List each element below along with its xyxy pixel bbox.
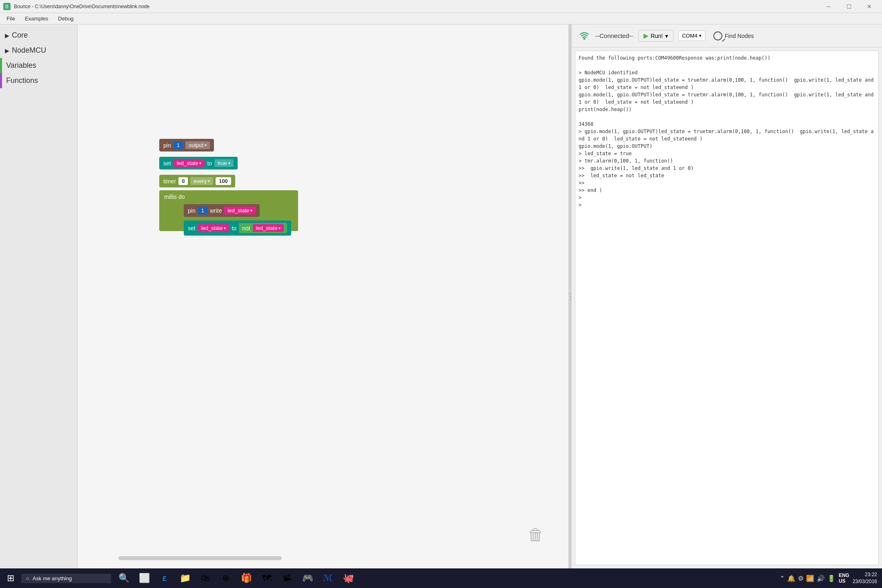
set-not-block[interactable]: set led_state to not led_state xyxy=(184,220,291,236)
find-nodes-label: Find Nodes xyxy=(725,33,754,39)
led-state-var-1[interactable]: led_state xyxy=(174,159,205,167)
taskbar-cortana[interactable]: 🔍 xyxy=(114,569,133,588)
play-icon: ▶ xyxy=(644,32,648,40)
taskbar-search[interactable]: ○ Ask me anything xyxy=(21,574,111,583)
pin-value[interactable]: 1 xyxy=(174,141,183,149)
app-icon: B xyxy=(3,3,11,10)
tray-icons: ⌃ 🔔 ⚙ 📶 🔊 🔋 xyxy=(780,575,835,582)
set-label-2: set xyxy=(188,225,196,232)
sidebar-item-functions[interactable]: Functions xyxy=(0,73,77,88)
pin-block[interactable]: pin 1 output xyxy=(159,139,214,151)
timer-every-dropdown[interactable]: every xyxy=(190,177,213,185)
trash-icon[interactable]: 🗑 xyxy=(528,526,544,544)
menu-bar: File Examples Debug xyxy=(0,13,882,24)
console-line: >> xyxy=(579,179,875,187)
tray-date-value: 23/03/2016 xyxy=(853,578,877,585)
canvas-area[interactable]: pin 1 output set led_state to true xyxy=(78,24,568,568)
console-line: 34368 xyxy=(579,120,875,128)
timer-interval-value[interactable]: 100 xyxy=(216,177,231,185)
console-output[interactable]: Found the following ports:COM49600Respon… xyxy=(575,51,879,565)
tray-language: ENGUS xyxy=(839,572,849,584)
timer-id-value[interactable]: 0 xyxy=(178,177,188,185)
taskbar-folder[interactable]: 📁 xyxy=(176,569,194,588)
taskbar-tray: ⌃ 🔔 ⚙ 📶 🔊 🔋 ENGUS 23:22 23/03/2016 xyxy=(775,571,882,585)
console-line: > tmr.alarm(0,100, 1, function() xyxy=(579,157,875,165)
set-block-body[interactable]: set led_state to true xyxy=(159,157,238,169)
taskbar-app9[interactable]: 🎮 xyxy=(298,569,317,588)
console-line: > gpio.mode(1, gpio.OUTPUT)led_state = t… xyxy=(579,128,875,143)
console-line: > NodeMCU identified xyxy=(579,69,875,76)
sidebar-nodemcu-label: NodeMCU xyxy=(12,46,46,55)
sidebar-item-core[interactable]: ▶ Core xyxy=(0,28,77,43)
led-state-var-3[interactable]: led_state xyxy=(198,224,229,232)
sidebar: ▶ Core ▶ NodeMCU Variables Functions xyxy=(0,24,78,568)
console-line: >> led_state = not led_state xyxy=(579,172,875,179)
set-block[interactable]: set led_state to true xyxy=(159,157,238,169)
console-line: > led_state = true xyxy=(579,150,875,157)
sidebar-item-nodemcu[interactable]: ▶ NodeMCU xyxy=(0,43,77,58)
taskbar: ⊞ ○ Ask me anything 🔍 ⬜ ε 📁 🛍 ⊕ 🎁 🗺 📽 🎮 … xyxy=(0,568,882,588)
canvas-scrollbar[interactable] xyxy=(118,556,282,560)
tray-notification-icon[interactable]: 🔔 xyxy=(787,575,795,582)
sidebar-functions-label: Functions xyxy=(6,76,38,85)
search-icon xyxy=(713,31,722,40)
tray-chevron-icon[interactable]: ⌃ xyxy=(780,575,785,582)
menu-examples[interactable]: Examples xyxy=(20,14,53,23)
console-line: > xyxy=(579,201,875,209)
run-label: Run! xyxy=(651,33,663,39)
taskbar-vscode[interactable]: ℳ xyxy=(318,569,337,588)
tray-volume-icon[interactable]: 🔊 xyxy=(817,575,825,582)
set-not-block-body[interactable]: set led_state to not led_state xyxy=(184,220,291,236)
taskbar-chrome[interactable]: ⊕ xyxy=(216,569,235,588)
sidebar-item-variables[interactable]: Variables xyxy=(0,58,77,73)
sidebar-variables-label: Variables xyxy=(6,61,36,70)
menu-file[interactable]: File xyxy=(2,14,20,23)
pin-write-value[interactable]: 1 xyxy=(198,207,207,214)
tray-wifi-icon[interactable]: 📶 xyxy=(806,575,814,582)
taskbar-app11[interactable]: 🐙 xyxy=(339,569,358,588)
taskbar-edge[interactable]: ε xyxy=(155,569,174,588)
panel-separator[interactable]: ⋮ xyxy=(568,24,572,568)
run-button[interactable]: ▶ Run! ▾ xyxy=(638,30,674,42)
timer-block[interactable]: timer 0 every 100 xyxy=(159,175,235,187)
taskbar-store[interactable]: 🛍 xyxy=(196,569,215,588)
com-port-select[interactable]: COM4 xyxy=(678,31,705,41)
search-placeholder: Ask me anything xyxy=(33,575,72,581)
console-line xyxy=(579,113,875,120)
menu-debug[interactable]: Debug xyxy=(53,14,78,23)
taskbar-apps: 🔍 ⬜ ε 📁 🛍 ⊕ 🎁 🗺 📽 🎮 ℳ 🐙 xyxy=(114,569,358,588)
to-label-1: to xyxy=(207,160,212,167)
connected-icon xyxy=(578,30,590,42)
com-port-value: COM4 xyxy=(682,33,697,39)
tray-time-value: 23:22 xyxy=(853,571,877,578)
console-line: gpio.mode(1, gpio.OUTPUT) xyxy=(579,143,875,150)
led-state-var-4[interactable]: led_state xyxy=(253,224,284,232)
not-block[interactable]: not led_state xyxy=(239,223,287,233)
search-circle-icon: ○ xyxy=(26,575,29,581)
pin-write-block[interactable]: pin 1 write led_state xyxy=(184,204,260,217)
window-title: Bounce - C:\Users\danny\OneDrive\Documen… xyxy=(14,4,149,9)
taskbar-task-view[interactable]: ⬜ xyxy=(135,569,154,588)
maximize-button[interactable]: ☐ xyxy=(840,0,858,13)
right-panel: --Connected-- ▶ Run! ▾ COM4 Find Nodes F… xyxy=(572,24,882,568)
windows-icon: ⊞ xyxy=(7,573,14,584)
true-dropdown[interactable]: true xyxy=(214,159,233,167)
find-nodes-button[interactable]: Find Nodes xyxy=(710,30,757,42)
svg-point-0 xyxy=(584,38,586,40)
pin-block-body[interactable]: pin 1 output xyxy=(159,139,214,151)
taskbar-app6[interactable]: 🎁 xyxy=(237,569,256,588)
timer-block-body[interactable]: timer 0 every 100 xyxy=(159,175,235,187)
tray-settings-icon[interactable]: ⚙ xyxy=(798,575,804,582)
pin-mode-dropdown[interactable]: output xyxy=(185,141,210,149)
pin-write-block-body[interactable]: pin 1 write led_state xyxy=(184,204,260,217)
console-line: gpio.mode(1, gpio.OUTPUT)led_state = tru… xyxy=(579,76,875,91)
console-line: > xyxy=(579,194,875,201)
taskbar-maps[interactable]: 🗺 xyxy=(257,569,276,588)
tray-battery-icon[interactable]: 🔋 xyxy=(827,575,835,582)
start-button[interactable]: ⊞ xyxy=(0,568,21,588)
tray-datetime: 23:22 23/03/2016 xyxy=(853,571,877,585)
led-state-var-2[interactable]: led_state xyxy=(224,207,256,214)
minimize-button[interactable]: ─ xyxy=(819,0,838,13)
taskbar-app8[interactable]: 📽 xyxy=(278,569,296,588)
close-button[interactable]: ✕ xyxy=(860,0,879,13)
